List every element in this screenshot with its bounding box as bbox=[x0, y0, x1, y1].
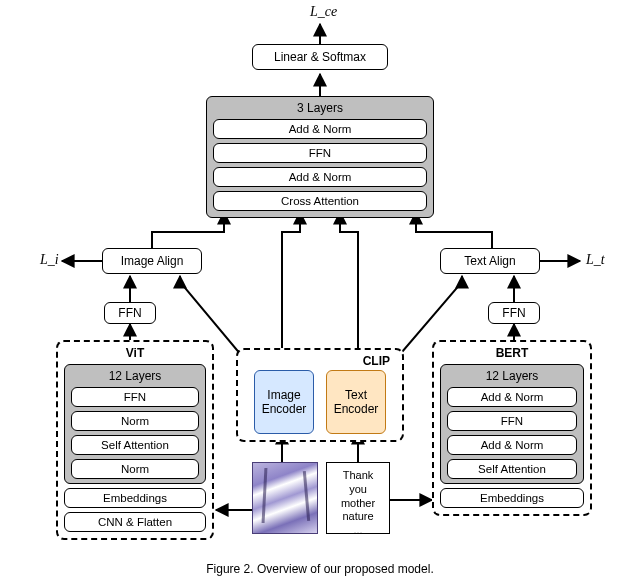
vit-title: ViT bbox=[64, 346, 206, 360]
fusion-layer-2: Add & Norm bbox=[213, 167, 427, 187]
bert-layer-0: Add & Norm bbox=[447, 387, 577, 407]
bert-panel: 12 Layers Add & Norm FFN Add & Norm Self… bbox=[440, 364, 584, 484]
clip-text-encoder: Text Encoder bbox=[326, 370, 386, 434]
vit-panel-title: 12 Layers bbox=[71, 369, 199, 383]
ffn-right-block: FFN bbox=[488, 302, 540, 324]
bert-layer-1: FFN bbox=[447, 411, 577, 431]
vit-box: ViT 12 Layers FFN Norm Self Attention No… bbox=[56, 340, 214, 540]
vit-layer-2: Self Attention bbox=[71, 435, 199, 455]
fusion-layer-1: FFN bbox=[213, 143, 427, 163]
vit-layer-1: Norm bbox=[71, 411, 199, 431]
bert-extra-0: Embeddings bbox=[440, 488, 584, 508]
image-align-block: Image Align bbox=[102, 248, 202, 274]
fusion-layer-3: Cross Attention bbox=[213, 191, 427, 211]
figure-caption: Figure 2. Overview of our proposed model… bbox=[0, 562, 640, 576]
loss-t: L_t bbox=[586, 252, 605, 268]
vit-layer-0: FFN bbox=[71, 387, 199, 407]
ffn-left-block: FFN bbox=[104, 302, 156, 324]
diagram-canvas: L_ce L_i L_t Linear & Softmax 3 Layers A… bbox=[0, 0, 640, 584]
loss-ce: L_ce bbox=[310, 4, 337, 20]
bert-box: BERT 12 Layers Add & Norm FFN Add & Norm… bbox=[432, 340, 592, 516]
linear-softmax-block: Linear & Softmax bbox=[252, 44, 388, 70]
bert-panel-title: 12 Layers bbox=[447, 369, 577, 383]
bert-layer-3: Self Attention bbox=[447, 459, 577, 479]
input-text: Thank you mother nature ... bbox=[326, 462, 390, 534]
loss-i: L_i bbox=[40, 252, 59, 268]
clip-image-encoder: Image Encoder bbox=[254, 370, 314, 434]
bert-layer-2: Add & Norm bbox=[447, 435, 577, 455]
clip-box: CLIP Image Encoder Text Encoder bbox=[236, 348, 404, 442]
vit-extra-0: Embeddings bbox=[64, 488, 206, 508]
fusion-panel: 3 Layers Add & Norm FFN Add & Norm Cross… bbox=[206, 96, 434, 218]
vit-layer-3: Norm bbox=[71, 459, 199, 479]
vit-extra-1: CNN & Flatten bbox=[64, 512, 206, 532]
text-align-block: Text Align bbox=[440, 248, 540, 274]
fusion-layer-0: Add & Norm bbox=[213, 119, 427, 139]
vit-panel: 12 Layers FFN Norm Self Attention Norm bbox=[64, 364, 206, 484]
fusion-title: 3 Layers bbox=[213, 101, 427, 115]
bert-title: BERT bbox=[440, 346, 584, 360]
input-image bbox=[252, 462, 318, 534]
clip-title: CLIP bbox=[244, 354, 396, 368]
